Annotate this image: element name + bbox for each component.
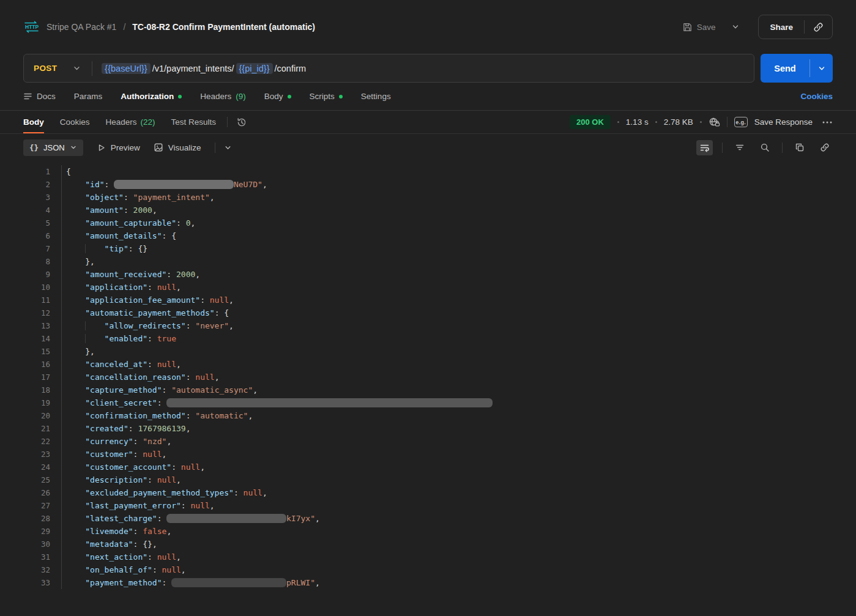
line-content: "next_action": null, bbox=[62, 552, 181, 562]
breadcrumb-request-name[interactable]: TC-08-R2 Confirm PaymentIntent (automati… bbox=[132, 22, 315, 32]
preview-button[interactable]: Preview bbox=[97, 143, 140, 152]
request-tab-authorization[interactable]: Authorization bbox=[121, 92, 182, 101]
indent bbox=[66, 475, 85, 484]
cookies-link[interactable]: Cookies bbox=[800, 92, 833, 101]
viewer-chevron-down-icon[interactable] bbox=[224, 144, 232, 152]
line-content: "payment_method": pRLWI", bbox=[62, 578, 320, 587]
gutter-separator bbox=[50, 461, 62, 473]
method-selector[interactable]: POST bbox=[24, 64, 92, 73]
response-tab-cookies[interactable]: Cookies bbox=[60, 111, 90, 133]
response-time[interactable]: 1.13 s bbox=[626, 117, 649, 127]
code-token: : bbox=[105, 180, 114, 189]
line-content: "last_payment_error": null, bbox=[62, 501, 215, 510]
response-link-button[interactable] bbox=[817, 139, 833, 155]
search-button[interactable] bbox=[757, 139, 773, 155]
send-button[interactable]: Send bbox=[761, 54, 809, 83]
send-options-chevron-down-icon[interactable] bbox=[810, 54, 833, 83]
search-icon bbox=[760, 143, 770, 152]
code-token: : bbox=[133, 527, 143, 536]
gutter-separator bbox=[50, 204, 62, 217]
copy-button[interactable] bbox=[792, 139, 808, 155]
code-token: "never" bbox=[195, 321, 229, 330]
code-token: , bbox=[166, 527, 171, 536]
indent bbox=[66, 424, 85, 433]
code-line: 2"id": NeU7D", bbox=[0, 178, 856, 191]
code-token: null bbox=[195, 373, 214, 382]
share-button[interactable]: Share bbox=[759, 23, 804, 32]
response-size[interactable]: 2.78 KB bbox=[664, 117, 693, 127]
indent bbox=[66, 321, 85, 330]
url-input[interactable]: {{baseUrl}}/v1/payment_intents/{{pi_id}}… bbox=[102, 63, 306, 74]
indent-guide bbox=[85, 321, 104, 330]
code-token: "automatic_async" bbox=[171, 385, 253, 395]
line-number: 2 bbox=[0, 180, 50, 189]
more-options-icon[interactable] bbox=[822, 118, 833, 127]
code-token: , bbox=[162, 450, 167, 459]
code-token: "automatic" bbox=[195, 411, 248, 420]
line-number: 33 bbox=[0, 578, 50, 587]
line-number: 29 bbox=[0, 527, 50, 536]
line-content: "metadata": {}, bbox=[62, 540, 157, 549]
code-token: , bbox=[315, 578, 320, 587]
indent bbox=[66, 295, 85, 305]
request-tab-settings[interactable]: Settings bbox=[361, 92, 391, 101]
code-line: 21"created": 1767986139, bbox=[0, 422, 856, 435]
gutter-separator bbox=[50, 178, 62, 191]
line-content: "client_secret": bbox=[62, 398, 493, 407]
response-body-viewer[interactable]: 1{2"id": NeU7D",3"object": "payment_inte… bbox=[0, 161, 856, 589]
save-response-button[interactable]: Save Response bbox=[754, 117, 813, 127]
line-number: 13 bbox=[0, 321, 50, 330]
line-number: 18 bbox=[0, 385, 50, 395]
redacted-value bbox=[171, 578, 286, 587]
status-badge[interactable]: 200 OK bbox=[570, 115, 611, 129]
request-tab-scripts[interactable]: Scripts bbox=[310, 92, 343, 101]
breadcrumb-collection[interactable]: Stripe QA Pack #1 bbox=[47, 22, 116, 32]
code-token: null bbox=[157, 552, 176, 562]
line-number: 10 bbox=[0, 283, 50, 292]
code-token: "confirmation_method" bbox=[85, 411, 185, 420]
tab-modified-dot bbox=[178, 95, 182, 98]
line-content: "on_behalf_of": null, bbox=[62, 565, 186, 574]
save-options-chevron-down-icon[interactable] bbox=[726, 19, 745, 35]
format-label: JSON bbox=[43, 143, 65, 152]
copy-icon bbox=[795, 143, 805, 152]
line-number: 8 bbox=[0, 257, 50, 266]
indent-guide bbox=[85, 334, 104, 343]
code-token: : bbox=[181, 501, 191, 510]
wrap-text-button[interactable] bbox=[696, 140, 713, 155]
request-tab-params[interactable]: Params bbox=[74, 92, 103, 101]
visualize-label: Visualize bbox=[168, 143, 201, 152]
response-tab-test-results[interactable]: Test Results bbox=[171, 111, 217, 133]
copy-link-icon[interactable] bbox=[805, 22, 832, 32]
response-meta: 200 OK 1.13 s 2.78 KB e.g. Save Response bbox=[570, 111, 833, 133]
tab-label: Cookies bbox=[60, 117, 90, 127]
response-tab-body[interactable]: Body bbox=[23, 111, 44, 133]
history-icon[interactable] bbox=[236, 117, 247, 128]
gutter-separator bbox=[50, 345, 62, 358]
format-selector[interactable]: {} JSON bbox=[23, 139, 83, 156]
filter-button[interactable] bbox=[732, 140, 748, 155]
request-tab-docs[interactable]: Docs bbox=[23, 92, 56, 101]
url-builder: POST {{baseUrl}}/v1/payment_intents/{{pi… bbox=[23, 54, 754, 83]
line-number: 31 bbox=[0, 552, 50, 562]
code-line: 24"customer_account": null, bbox=[0, 461, 856, 473]
code-line: 5"amount_capturable": 0, bbox=[0, 217, 856, 229]
redacted-value bbox=[166, 514, 286, 523]
gutter-separator bbox=[50, 281, 62, 294]
indent bbox=[66, 193, 85, 202]
gutter-separator bbox=[50, 538, 62, 551]
request-tab-body[interactable]: Body bbox=[264, 92, 291, 101]
tab-label: Test Results bbox=[171, 117, 217, 127]
visualize-button[interactable]: Visualize bbox=[154, 143, 201, 152]
code-token: "allow_redirects" bbox=[105, 321, 186, 330]
code-token: "next_action" bbox=[85, 552, 147, 562]
code-token: null bbox=[162, 565, 181, 574]
response-tab-headers[interactable]: Headers(22) bbox=[106, 111, 155, 133]
request-tab-headers[interactable]: Headers(9) bbox=[200, 92, 246, 101]
globe-lock-icon[interactable] bbox=[709, 117, 720, 127]
tab-modified-dot bbox=[288, 95, 291, 98]
code-line: 26"excluded_payment_method_types": null, bbox=[0, 486, 856, 499]
code-line: 11"application_fee_amount": null, bbox=[0, 294, 856, 306]
code-line: 22"currency": "nzd", bbox=[0, 435, 856, 448]
save-button[interactable]: Save bbox=[680, 18, 718, 36]
